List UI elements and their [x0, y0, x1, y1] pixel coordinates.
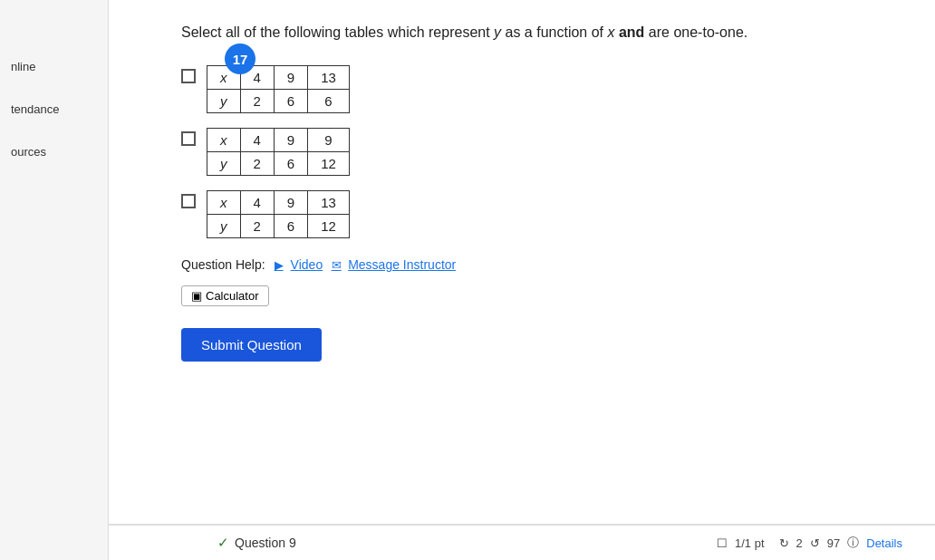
x2-val2: 9 [274, 129, 307, 152]
undo-count: 2 [796, 536, 803, 550]
tables-container: x 4 9 13 y 2 6 6 x 4 9 [181, 65, 902, 238]
video-icon: ▶ [271, 256, 287, 273]
math-table-2: x 4 9 9 y 2 6 12 [207, 128, 350, 176]
points-text: 1/1 pt [735, 536, 765, 550]
sidebar-item-nline[interactable]: nline [0, 54, 108, 79]
calculator-label: Calculator [206, 289, 259, 303]
checkbox-table-2[interactable] [181, 131, 196, 146]
submit-question-button[interactable]: Submit Question [181, 328, 322, 362]
video-label: Video [291, 257, 323, 272]
checkbox-table-1[interactable] [181, 69, 196, 83]
question-9-meta: ☐ 1/1 pt ↻ 2 ↺ 97 ⓘ Details [717, 535, 902, 551]
y1-val1: 2 [240, 90, 274, 113]
question-help: Question Help: ▶ Video ✉ Message Instruc… [181, 256, 902, 273]
x2-val3: 9 [308, 129, 350, 152]
video-link[interactable]: ▶ Video [271, 256, 323, 273]
x3-val3: 13 [308, 191, 350, 215]
sidebar-item-tendance[interactable]: tendance [0, 97, 108, 121]
question-header: Select all of the following tables which… [181, 22, 902, 43]
y3-val3: 12 [308, 215, 350, 238]
checkbox-meta-icon: ☐ [717, 536, 728, 550]
calculator-button[interactable]: ▣ Calculator [181, 285, 269, 306]
x1-val2: 9 [274, 66, 307, 90]
y-label-3: y [207, 215, 241, 238]
message-instructor-label: Message Instructor [348, 257, 456, 272]
message-instructor-link[interactable]: ✉ Message Instructor [328, 256, 456, 273]
x-label-2: x [207, 129, 241, 152]
math-table-3: x 4 9 13 y 2 6 12 [207, 190, 350, 238]
checkbox-table-3[interactable] [181, 194, 196, 208]
y3-val1: 2 [240, 215, 274, 238]
y2-val3: 12 [308, 152, 350, 176]
sidebar-item-ources[interactable]: ources [0, 140, 108, 164]
y-label-1: y [207, 90, 241, 113]
check-icon: ✓ [217, 535, 229, 551]
message-icon: ✉ [328, 256, 344, 273]
y2-val1: 2 [240, 152, 274, 176]
question-9-label: ✓ Question 9 [217, 535, 296, 551]
table-option-2: x 4 9 9 y 2 6 12 [181, 128, 902, 176]
question-9-text: Question 9 [235, 536, 296, 550]
math-table-1: x 4 9 13 y 2 6 6 [207, 65, 350, 113]
info-icon: ⓘ [847, 535, 859, 551]
main-content: 17 Select all of the following tables wh… [109, 0, 935, 560]
y3-val2: 6 [274, 215, 307, 238]
redo-count: 97 [827, 536, 840, 550]
calculator-icon: ▣ [191, 289, 202, 303]
table-option-1: x 4 9 13 y 2 6 6 [181, 65, 902, 113]
undo-icon[interactable]: ↻ [779, 536, 789, 550]
x2-val1: 4 [240, 129, 274, 152]
y1-val2: 6 [274, 90, 307, 113]
details-link[interactable]: Details [866, 536, 902, 550]
y1-val3: 6 [308, 90, 350, 113]
x3-val2: 9 [274, 191, 307, 215]
x1-val3: 13 [308, 66, 350, 90]
question-help-label: Question Help: [181, 257, 265, 272]
y2-val2: 6 [274, 152, 307, 176]
bottom-bar: ✓ Question 9 ☐ 1/1 pt ↻ 2 ↺ 97 ⓘ Details [109, 524, 935, 560]
redo-icon[interactable]: ↺ [810, 536, 820, 550]
question-number-badge: 17 [225, 43, 255, 74]
x3-val1: 4 [240, 191, 274, 215]
table-option-3: x 4 9 13 y 2 6 12 [181, 190, 902, 238]
y-label-2: y [207, 152, 241, 176]
sidebar: nline tendance ources [0, 0, 109, 560]
x-label-3: x [207, 191, 241, 215]
